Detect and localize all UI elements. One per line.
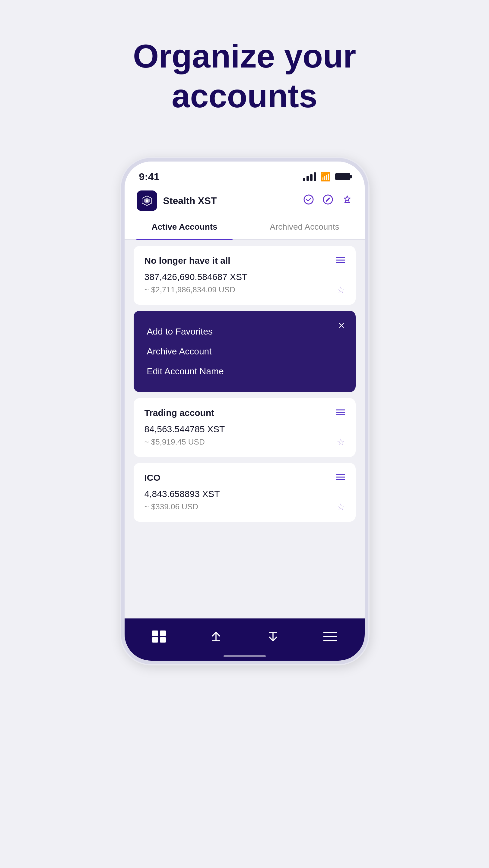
battery-icon xyxy=(335,173,350,180)
account-usd-3: ~ $339.06 USD xyxy=(144,502,199,512)
account-name-1: No longer have it all xyxy=(144,255,230,266)
edit-circle-icon[interactable] xyxy=(322,194,333,208)
account-dropdown-menu: × Add to Favorites Archive Account Edit … xyxy=(134,311,356,392)
status-icons: 📶 xyxy=(303,172,350,182)
svg-rect-15 xyxy=(152,630,158,636)
dropdown-close-button[interactable]: × xyxy=(338,319,345,332)
account-card-3: ICO 4,843.658893 XST ~ $339.06 USD ☆ xyxy=(134,463,356,522)
check-circle-icon[interactable] xyxy=(303,194,314,208)
nav-home-button[interactable] xyxy=(147,627,171,646)
svg-rect-17 xyxy=(152,637,158,643)
status-time: 9:41 xyxy=(139,171,160,183)
account-amount-3: 4,843.658893 XST xyxy=(144,489,345,499)
star-filter-icon[interactable] xyxy=(342,194,353,208)
app-header: Stealth XST xyxy=(124,186,365,216)
favorite-star-2[interactable]: ☆ xyxy=(337,437,345,447)
account-name-3: ICO xyxy=(144,472,161,483)
logo-icon xyxy=(141,195,153,207)
account-usd-1: ~ $2,711,986,834.09 USD xyxy=(144,285,235,294)
tab-archived-accounts[interactable]: Archived Accounts xyxy=(244,216,365,239)
account-usd-2: ~ $5,919.45 USD xyxy=(144,437,205,447)
tabs: Active Accounts Archived Accounts xyxy=(124,216,365,240)
account-menu-1[interactable] xyxy=(336,256,345,266)
favorite-star-3[interactable]: ☆ xyxy=(337,501,345,512)
svg-rect-16 xyxy=(160,630,166,636)
app-name: Stealth XST xyxy=(163,195,297,207)
home-indicator xyxy=(224,655,266,657)
tab-active-accounts[interactable]: Active Accounts xyxy=(124,216,244,239)
app-logo xyxy=(137,190,157,211)
svg-point-2 xyxy=(146,199,148,202)
bottom-nav xyxy=(124,618,365,661)
account-amount-1: 387,426,690.584687 XST xyxy=(144,272,345,282)
account-amount-2: 84,563.544785 XST xyxy=(144,424,345,434)
svg-point-3 xyxy=(304,195,313,204)
dropdown-item-favorites[interactable]: Add to Favorites xyxy=(147,321,342,341)
page-title: Organize your accounts xyxy=(109,36,380,116)
signal-icon xyxy=(303,173,316,181)
dropdown-item-archive[interactable]: Archive Account xyxy=(147,341,342,361)
svg-rect-18 xyxy=(160,637,166,643)
account-name-2: Trading account xyxy=(144,408,214,418)
header-icons xyxy=(303,194,353,208)
content-area: No longer have it all 387,426,690.584687… xyxy=(124,240,365,624)
account-card-1: No longer have it all 387,426,690.584687… xyxy=(134,246,356,305)
phone-notch xyxy=(211,161,278,176)
dropdown-item-edit-name[interactable]: Edit Account Name xyxy=(147,361,342,381)
svg-point-4 xyxy=(323,195,333,204)
wifi-icon: 📶 xyxy=(320,172,331,182)
nav-send-button[interactable] xyxy=(204,627,228,646)
nav-menu-button[interactable] xyxy=(318,627,342,646)
account-menu-3[interactable] xyxy=(336,473,345,483)
nav-receive-button[interactable] xyxy=(261,627,285,646)
account-card-2: Trading account 84,563.544785 XST ~ $5,9… xyxy=(134,398,356,457)
phone-frame: 9:41 📶 Stealth XST xyxy=(121,158,368,664)
favorite-star-1[interactable]: ☆ xyxy=(337,284,345,295)
account-menu-2[interactable] xyxy=(336,408,345,418)
